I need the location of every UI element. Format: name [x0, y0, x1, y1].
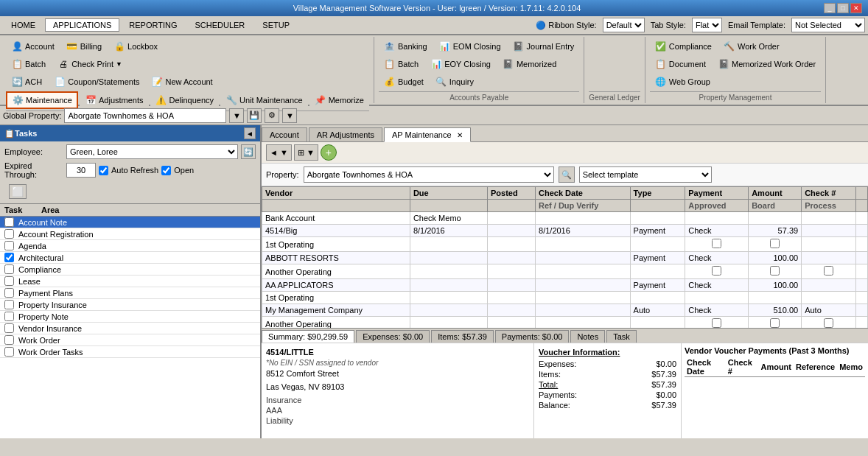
- document-button[interactable]: 📋Document: [650, 56, 711, 72]
- minimize-button[interactable]: _: [824, 3, 836, 13]
- table-row[interactable]: ABBOTT RESORTS Payment Check 100.00: [262, 252, 868, 264]
- global-property-icon3[interactable]: ▼: [282, 108, 297, 123]
- task-cb-4[interactable]: [4, 264, 14, 274]
- task-item-work-order[interactable]: Work Order: [0, 334, 260, 346]
- auto-refresh-checkbox[interactable]: [99, 166, 108, 175]
- check-print-button[interactable]: 🖨Check Print ▼: [52, 56, 127, 72]
- ribbon-style-select[interactable]: Default: [603, 18, 645, 32]
- work-order-button[interactable]: 🔨Work Order: [718, 38, 785, 55]
- tab-style-select[interactable]: Flat: [692, 18, 722, 32]
- table-row[interactable]: 4514/Big 8/1/2016 8/1/2016 Payment Check…: [262, 225, 868, 237]
- tab-ap-maintenance[interactable]: AP Maintenance ✕: [384, 127, 471, 142]
- task-cb-3[interactable]: [4, 253, 14, 262]
- tab-ar-adjustments[interactable]: AR Adjustments: [309, 127, 382, 141]
- new-account-button[interactable]: 📝New Account: [146, 74, 217, 90]
- memorize-button[interactable]: 📌Memorize: [309, 92, 369, 108]
- sum-tab-summary[interactable]: Summary: $90,299.59: [262, 330, 354, 343]
- unit-maintenance-button[interactable]: 🔧Unit Maintenance: [220, 92, 308, 108]
- lockbox-button[interactable]: 🔒Lockbox: [108, 38, 163, 55]
- billing-button[interactable]: 💳Billing: [61, 38, 107, 55]
- menu-home[interactable]: HOME: [3, 18, 43, 32]
- banking-button[interactable]: 🏦Banking: [379, 38, 433, 55]
- add-record-button[interactable]: +: [321, 144, 337, 161]
- global-property-dropdown[interactable]: ▼: [229, 108, 244, 123]
- memorized-button[interactable]: 📓Memorized: [497, 56, 561, 72]
- task-item-vendor-insurance[interactable]: Vendor Insurance: [0, 323, 260, 334]
- tab-account[interactable]: Account: [262, 127, 307, 141]
- maximize-button[interactable]: □: [837, 3, 849, 13]
- menu-applications[interactable]: APPLICATIONS: [45, 18, 119, 32]
- compliance-button[interactable]: ✅Compliance: [650, 38, 717, 55]
- task-item-account-note[interactable]: Account Note: [0, 217, 260, 228]
- task-cb-8[interactable]: [4, 312, 14, 321]
- eoy-button[interactable]: 📊EOY Closing: [425, 56, 496, 72]
- tab-close-icon[interactable]: ✕: [457, 131, 463, 139]
- expired-input[interactable]: [66, 163, 96, 178]
- approved-cb-anoth1[interactable]: [712, 266, 721, 276]
- open-checkbox[interactable]: [161, 166, 171, 175]
- table-row[interactable]: Bank Account Check Memo: [262, 212, 868, 225]
- table-row[interactable]: 1st Operating: [262, 237, 868, 252]
- task-item-property-note[interactable]: Property Note: [0, 311, 260, 323]
- task-item-architectural[interactable]: Architectural: [0, 252, 260, 264]
- table-row[interactable]: Another Operating: [262, 317, 868, 329]
- sum-tab-items[interactable]: Items: $57.39: [431, 330, 494, 343]
- menu-reporting[interactable]: REPORTING: [121, 18, 185, 32]
- property-icon-btn[interactable]: 🔍: [559, 166, 575, 183]
- budget-button[interactable]: 💰Budget: [379, 74, 429, 90]
- nav-back-button[interactable]: ◄ ▼: [266, 144, 292, 161]
- task-item-lease[interactable]: Lease: [0, 276, 260, 287]
- sum-tab-notes[interactable]: Notes: [570, 330, 605, 343]
- table-row[interactable]: AA APPLICATORS Payment Check 100.00: [262, 279, 868, 292]
- task-item-property-insurance[interactable]: Property Insurance: [0, 299, 260, 311]
- add-task-button[interactable]: ⬜: [9, 184, 27, 199]
- tasks-close-button[interactable]: ◄: [244, 127, 256, 139]
- menu-scheduler[interactable]: SCHEDULER: [186, 18, 253, 32]
- ap-batch-button[interactable]: 📋Batch: [379, 56, 424, 72]
- board-cb-anoth1[interactable]: [770, 266, 780, 276]
- employee-select[interactable]: Green, Loree: [66, 144, 238, 159]
- task-cb-7[interactable]: [4, 300, 14, 309]
- approved-cb-anoth2[interactable]: [712, 318, 721, 328]
- process-cb-anoth2[interactable]: [824, 318, 833, 328]
- title-controls[interactable]: _ □ ✕: [824, 3, 862, 13]
- task-cb-11[interactable]: [4, 347, 14, 357]
- task-item-work-order-tasks[interactable]: Work Order Tasks: [0, 346, 260, 358]
- task-cb-9[interactable]: [4, 323, 14, 333]
- task-cb-2[interactable]: [4, 241, 14, 250]
- task-cb-0[interactable]: [4, 217, 14, 227]
- task-cb-5[interactable]: [4, 276, 14, 286]
- menu-setup[interactable]: SETUP: [254, 18, 298, 32]
- email-template-select[interactable]: Not Selected: [791, 18, 865, 32]
- eom-button[interactable]: 📊EOM Closing: [434, 38, 506, 55]
- task-cb-6[interactable]: [4, 288, 14, 298]
- web-group-button[interactable]: 🌐Web Group: [650, 74, 715, 90]
- inquiry-button[interactable]: 🔍Inquiry: [430, 74, 479, 90]
- task-cb-1[interactable]: [4, 229, 14, 239]
- memorized-wo-button[interactable]: 📓Memorized Work Order: [713, 56, 821, 72]
- table-row[interactable]: Another Operating: [262, 264, 868, 279]
- delinquency-button[interactable]: ⚠️Delinquency: [150, 92, 220, 108]
- sum-tab-task[interactable]: Task: [606, 330, 637, 343]
- approved-cb-1st[interactable]: [712, 239, 721, 248]
- account-button[interactable]: 👤Account: [6, 38, 60, 55]
- employee-refresh-button[interactable]: 🔄: [241, 144, 256, 159]
- global-property-icon1[interactable]: 💾: [247, 108, 262, 123]
- template-select[interactable]: Select template: [579, 166, 712, 183]
- adjustments-button[interactable]: 📅Adjustments: [80, 92, 149, 108]
- property-select[interactable]: Aborgate Townhomes & HOA: [304, 166, 554, 183]
- maintenance-button[interactable]: ⚙️Maintenance: [6, 91, 78, 109]
- sum-tab-payments[interactable]: Payments: $0.00: [495, 330, 570, 343]
- process-cb-anoth1[interactable]: [824, 266, 833, 276]
- task-item-payment-plans[interactable]: Payment Plans: [0, 287, 260, 299]
- batch-button[interactable]: 📋Batch: [6, 56, 51, 72]
- table-row[interactable]: My Management Company Auto Check 510.00 …: [262, 304, 868, 317]
- coupon-button[interactable]: 📄Coupon/Statements: [49, 74, 144, 90]
- close-button[interactable]: ✕: [850, 3, 862, 13]
- board-cb-anoth2[interactable]: [770, 318, 780, 328]
- grid-button[interactable]: ⊞ ▼: [294, 144, 318, 161]
- task-item-compliance[interactable]: Compliance: [0, 264, 260, 276]
- task-cb-10[interactable]: [4, 335, 14, 345]
- sum-tab-expenses[interactable]: Expenses: $0.00: [356, 330, 430, 343]
- table-row[interactable]: 1st Operating: [262, 292, 868, 304]
